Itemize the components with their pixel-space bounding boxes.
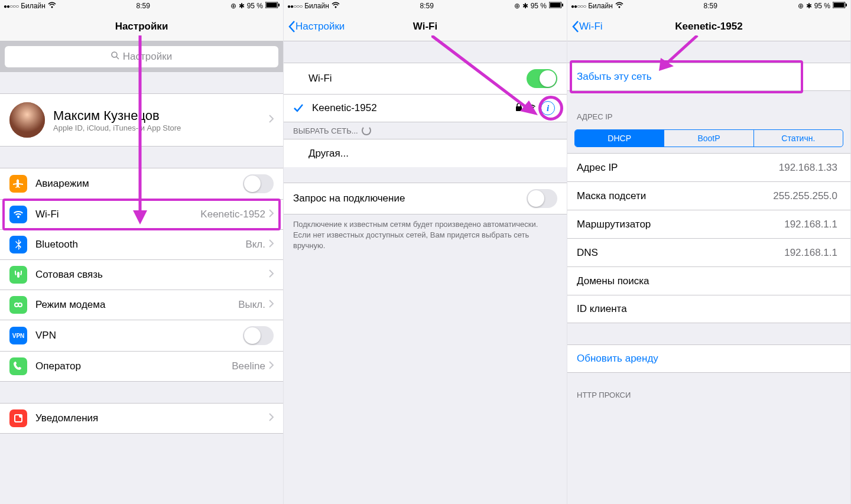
forget-label: Забыть эту сеть	[577, 71, 652, 83]
status-bar: ●●○○○Билайн 8:59 ⊕✱95 %	[0, 0, 283, 12]
svg-rect-19	[846, 4, 847, 6]
nav-bar: Настройки Wi-Fi	[284, 12, 567, 41]
svg-point-6	[18, 303, 22, 307]
svg-rect-18	[833, 3, 844, 8]
seg-dhcp[interactable]: DHCP	[575, 130, 664, 147]
hotspot-icon	[9, 296, 27, 314]
search-input[interactable]: Настройки	[5, 46, 278, 67]
vpn-icon: VPN	[9, 327, 27, 344]
row-label: Оператор	[35, 360, 232, 372]
status-bar: ●●○○○Билайн 8:59 ⊕✱95 %	[567, 0, 850, 12]
chevron-right-icon	[269, 361, 274, 372]
row-label: Wi-Fi	[308, 73, 527, 84]
svg-rect-13	[562, 4, 563, 6]
lock-rotation-icon: ⊕	[514, 2, 520, 10]
ip-address-row: Адрес IP 192.168.1.33	[567, 153, 850, 181]
cellular-row[interactable]: Сотовая связь	[0, 259, 283, 290]
seg-static[interactable]: Статичн.	[754, 130, 843, 147]
row-label: Режим модема	[35, 299, 238, 311]
airplane-icon	[9, 175, 27, 193]
bluetooth-icon	[9, 236, 27, 253]
dns-row[interactable]: DNS 192.168.1.1	[567, 238, 850, 266]
ip-mode-segment[interactable]: DHCP BootP Статичн.	[574, 129, 843, 147]
nav-bar: Wi-Fi Keenetic-1952	[567, 12, 850, 41]
chevron-right-icon	[269, 209, 274, 220]
svg-point-3	[112, 52, 117, 57]
chevron-left-icon	[288, 21, 295, 32]
profile-name: Максим Кузнецов	[53, 108, 269, 123]
row-label: Другая...	[308, 148, 557, 160]
vpn-row[interactable]: VPN VPN	[0, 320, 283, 351]
row-label: Bluetooth	[35, 239, 245, 251]
ask-join-toggle[interactable]	[527, 189, 557, 208]
renew-lease-button[interactable]: Обновить аренду	[567, 344, 850, 373]
settings-screen: ●●○○○Билайн 8:59 ⊕✱95 % Настройки Настро…	[0, 0, 284, 504]
router-row: Маршрутизатор 192.168.1.1	[567, 210, 850, 238]
carrier-row[interactable]: Оператор Beeline	[0, 351, 283, 382]
profile-row[interactable]: Максим Кузнецов Apple ID, iCloud, iTunes…	[0, 93, 283, 147]
avatar	[9, 102, 45, 138]
chevron-right-icon	[269, 413, 274, 424]
row-label: Запрос на подключение	[293, 193, 527, 204]
bluetooth-row[interactable]: Bluetooth Вкл.	[0, 229, 283, 259]
row-label: Уведомления	[35, 412, 269, 424]
notifications-row[interactable]: Уведомления	[0, 403, 283, 434]
back-label: Wi-Fi	[579, 21, 603, 32]
clock-label: 8:59	[704, 2, 717, 10]
wifi-signal-icon	[527, 103, 536, 113]
page-title: Wi-Fi	[413, 21, 437, 32]
svg-rect-2	[278, 4, 280, 6]
forget-network-button[interactable]: Забыть эту сеть	[567, 63, 850, 91]
airplane-row[interactable]: Авиарежим	[0, 168, 283, 199]
back-button[interactable]: Настройки	[288, 21, 345, 32]
ask-to-join-row: Запрос на подключение	[284, 183, 567, 214]
wifi-icon	[9, 206, 27, 223]
section-footer: Подключение к известным сетям будет прои…	[284, 214, 567, 256]
nav-bar: Настройки	[0, 12, 283, 41]
clock-label: 8:59	[420, 2, 434, 10]
hotspot-row[interactable]: Режим модема Выкл.	[0, 290, 283, 320]
row-value: 192.168.1.33	[779, 162, 837, 174]
bluetooth-icon: ✱	[239, 2, 245, 10]
lock-icon	[516, 103, 522, 113]
chevron-right-icon	[269, 300, 274, 310]
row-label: Авиарежим	[35, 178, 243, 190]
info-button[interactable]: i	[541, 101, 555, 115]
search-domains-row[interactable]: Домены поиска	[567, 266, 850, 295]
wifi-toggle-row: Wi-Fi	[284, 63, 567, 94]
battery-percent: 95 %	[531, 2, 547, 10]
vpn-toggle[interactable]	[243, 326, 274, 345]
battery-percent: 95 %	[814, 2, 830, 10]
back-label: Настройки	[295, 21, 345, 32]
airplane-toggle[interactable]	[243, 174, 274, 193]
row-value: Beeline	[232, 360, 265, 372]
subnet-mask-row: Маска подсети 255.255.255.0	[567, 181, 850, 210]
renew-label: Обновить аренду	[577, 353, 658, 365]
row-label: VPN	[35, 330, 243, 342]
other-network-row[interactable]: Другая...	[284, 139, 567, 167]
svg-rect-12	[550, 3, 560, 8]
row-value: Keenetic-1952	[200, 209, 265, 220]
notifications-icon	[9, 409, 27, 427]
signal-dots-icon: ●●○○○	[4, 3, 18, 9]
row-label: Домены поиска	[577, 275, 841, 287]
seg-bootp[interactable]: BootP	[664, 130, 753, 147]
wifi-icon	[615, 2, 623, 10]
client-id-row[interactable]: ID клиента	[567, 295, 850, 323]
back-button[interactable]: Wi-Fi	[572, 21, 603, 32]
battery-icon	[549, 2, 563, 10]
carrier-label: Билайн	[304, 2, 329, 10]
svg-rect-1	[266, 3, 277, 8]
choose-network-header: ВЫБРАТЬ СЕТЬ...	[284, 122, 567, 139]
spinner-icon	[362, 126, 371, 135]
wifi-row[interactable]: Wi-Fi Keenetic-1952	[0, 199, 283, 229]
ip-section-header: АДРЕС IP	[567, 109, 850, 125]
connected-network-row[interactable]: Keenetic-1952 i	[284, 94, 567, 122]
lock-rotation-icon: ⊕	[798, 2, 804, 10]
bluetooth-icon: ✱	[806, 2, 812, 10]
profile-sub: Apple ID, iCloud, iTunes- и App Store	[53, 123, 269, 132]
row-value: Выкл.	[238, 299, 265, 311]
row-label: Сотовая связь	[35, 269, 269, 281]
row-value: 255.255.255.0	[773, 190, 837, 202]
wifi-toggle[interactable]	[527, 69, 557, 88]
